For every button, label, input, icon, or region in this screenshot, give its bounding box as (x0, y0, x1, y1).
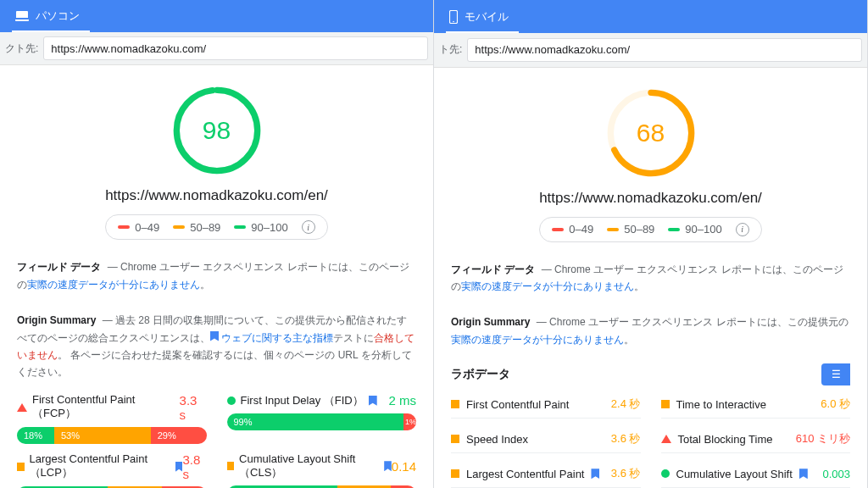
tab-bar: パソコン (0, 0, 433, 32)
distribution-bar: 99%1% (227, 413, 417, 430)
bookmark-icon (591, 469, 599, 479)
metric-name: Cumulative Layout Shift （CLS） (239, 452, 379, 480)
metric-value: 0.14 (392, 459, 416, 474)
url-input[interactable] (43, 36, 428, 60)
desktop-pane: パソコン クト先: 98 https://www.nomadkazoku.com… (0, 0, 434, 488)
lab-metric-name: Time to Interactive (676, 398, 766, 411)
tab-label: モバイル (465, 9, 509, 25)
ci-green-icon (227, 396, 236, 405)
lab-metric-value: 2.4 秒 (611, 396, 641, 412)
bookmark-icon (210, 331, 219, 341)
address-bar: クト先: (0, 32, 433, 65)
content-area: 98 https://www.nomadkazoku.com/en/ 0–49 … (0, 65, 433, 488)
scored-url: https://www.nomadkazoku.com/en/ (539, 190, 762, 207)
address-label: ト先: (439, 42, 462, 57)
metric-name: Largest Contentful Paint （LCP） (30, 452, 170, 480)
svg-point-3 (453, 21, 454, 23)
view-toggle-button[interactable]: ☰ (821, 363, 850, 385)
score-legend: 0–49 50–89 90–100 i (105, 214, 327, 240)
sq-orange-icon (227, 462, 235, 470)
lab-metrics-grid: First Contentful Paint2.4 秒Time to Inter… (451, 391, 850, 488)
lab-metric-value: 0.003 (822, 468, 850, 480)
score-value: 98 (170, 84, 264, 177)
metric-value: 2 ms (388, 393, 416, 408)
tab-bar: モバイル (434, 0, 867, 33)
sq-orange-icon (451, 469, 459, 478)
lab-metric-row: Speed Index3.6 秒 (451, 425, 641, 453)
info-icon[interactable]: i (302, 220, 315, 234)
lab-metric-name: Cumulative Layout Shift (676, 468, 793, 480)
scored-url: https://www.nomadkazoku.com/en/ (105, 187, 328, 204)
metric-value: 3.8 s (182, 452, 206, 481)
metric-name: First Input Delay （FID） (241, 393, 364, 408)
lab-metric-value: 6.0 秒 (821, 396, 850, 412)
lab-metric-row: Largest Contentful Paint3.6 秒 (451, 460, 641, 488)
metric: First Input Delay （FID）2 ms99%1% (227, 393, 417, 444)
metrics-grid: First Contentful Paint （FCP）3.3 s18%53%2… (17, 393, 416, 488)
sq-orange-icon (451, 435, 459, 443)
bookmark-icon (175, 462, 183, 472)
score-legend: 0–49 50–89 90–100 i (539, 217, 761, 242)
metric-name: First Contentful Paint （FCP） (32, 393, 180, 421)
field-data-section: フィールド データ — Chrome ユーザー エクスペリエンス レポートには、… (17, 258, 416, 293)
sq-orange-icon (451, 400, 459, 408)
bookmark-icon (384, 461, 392, 471)
origin-link[interactable]: 実際の速度データが十分にありません (451, 334, 624, 346)
origin-title: Origin Summary (451, 316, 530, 328)
lab-metric-value: 3.6 秒 (611, 431, 641, 446)
tab-desktop[interactable]: パソコン (12, 0, 90, 32)
phone-icon (449, 10, 458, 24)
field-data-title: フィールド データ (17, 261, 101, 273)
lab-metric-row: Time to Interactive6.0 秒 (661, 391, 851, 419)
bookmark-icon (369, 396, 377, 406)
lab-metric-value: 3.6 秒 (611, 466, 641, 481)
field-data-title: フィールド データ (451, 263, 535, 275)
sq-orange-icon (661, 400, 670, 408)
origin-summary-section: Origin Summary — Chrome ユーザー エクスペリエンス レポ… (451, 313, 850, 348)
mobile-pane: モバイル ト先: 68 https://www.nomadkazoku.com/… (434, 0, 868, 488)
tri-red-icon (17, 403, 27, 412)
sq-orange-icon (17, 463, 25, 471)
list-view-icon: ☰ (832, 369, 841, 380)
field-data-link[interactable]: 実際の速度データが十分にありません (27, 279, 200, 291)
lab-data-header: ラボデータ ☰ (451, 367, 850, 382)
lab-metric-value: 610 ミリ秒 (796, 431, 850, 446)
lab-metric-row: Total Blocking Time610 ミリ秒 (661, 425, 851, 453)
distribution-bar: 18%53%29% (17, 427, 207, 444)
bookmark-icon (799, 469, 808, 479)
field-data-link[interactable]: 実際の速度データが十分にありません (461, 280, 634, 292)
address-label: クト先: (5, 42, 38, 56)
url-input[interactable] (467, 38, 862, 62)
content-area: 68 https://www.nomadkazoku.com/en/ 0–49 … (434, 68, 867, 488)
lab-metric-name: First Contentful Paint (466, 398, 569, 411)
tab-mobile[interactable]: モバイル (446, 1, 519, 33)
lab-metric-name: Total Blocking Time (678, 433, 773, 446)
score-gauge: 68 (604, 86, 698, 180)
score-gauge: 98 (170, 84, 264, 177)
score-value: 68 (604, 86, 698, 180)
lab-metric-name: Speed Index (466, 433, 528, 446)
field-data-section: フィールド データ — Chrome ユーザー エクスペリエンス レポートには、… (451, 261, 850, 296)
address-bar: ト先: (434, 33, 867, 68)
origin-summary-section: Origin Summary — 過去 28 日間の収集期間について、この提供元… (17, 312, 416, 381)
info-icon[interactable]: i (736, 223, 749, 236)
laptop-icon (15, 10, 29, 22)
lab-metric-row: First Contentful Paint2.4 秒 (451, 391, 641, 419)
tri-red-icon (661, 435, 671, 443)
lab-metric-row: Cumulative Layout Shift0.003 (661, 460, 851, 488)
metric: First Contentful Paint （FCP）3.3 s18%53%2… (17, 393, 207, 444)
metric-value: 3.3 s (180, 393, 207, 422)
metric: Largest Contentful Paint （LCP）3.8 s49%28… (17, 452, 207, 488)
score-section: 98 https://www.nomadkazoku.com/en/ 0–49 … (17, 84, 416, 240)
tab-label: パソコン (36, 8, 80, 24)
metric: Cumulative Layout Shift （CLS）0.1462%28%1… (227, 452, 417, 488)
core-web-vitals-link[interactable]: ウェブに関する主な指標 (221, 332, 333, 344)
lab-data-title: ラボデータ (451, 367, 510, 382)
origin-title: Origin Summary (17, 314, 96, 326)
lab-metric-name: Largest Contentful Paint (466, 468, 584, 480)
score-section: 68 https://www.nomadkazoku.com/en/ 0–49 … (451, 86, 850, 242)
ci-green-icon (661, 469, 670, 478)
